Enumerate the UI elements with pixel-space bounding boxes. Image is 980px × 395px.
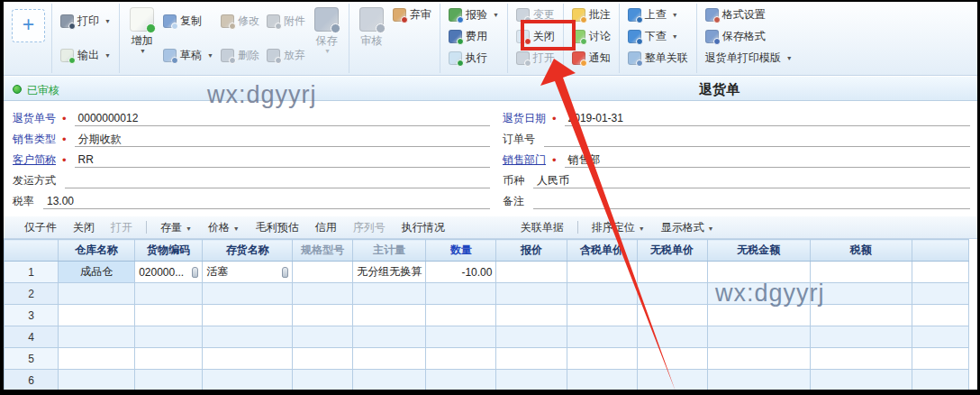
cell-noTaxAmt[interactable] (707, 262, 810, 283)
cell-unit[interactable] (353, 283, 426, 305)
cell-tax[interactable] (810, 370, 912, 390)
cell-num[interactable]: 3 (5, 305, 59, 326)
cell-unit[interactable] (353, 305, 426, 326)
cell-filler[interactable] (912, 370, 968, 390)
copy-button[interactable]: 复制 (159, 10, 217, 32)
cell-quote[interactable] (496, 262, 567, 283)
cell-name[interactable] (203, 305, 293, 326)
annotate-button[interactable]: 批注 (568, 4, 614, 25)
cell-code[interactable] (135, 348, 203, 370)
cell-unit[interactable] (353, 348, 426, 370)
cell-noTaxAmt[interactable] (707, 305, 810, 326)
cell-filler[interactable] (912, 326, 968, 348)
cell-tax[interactable] (810, 283, 912, 305)
cell-filler[interactable] (912, 305, 968, 326)
field-value[interactable]: 销售部 (565, 152, 970, 168)
cell-filler[interactable] (912, 348, 968, 370)
save-format-button[interactable]: 保存格式 (702, 25, 796, 47)
field-label[interactable]: 客户简称 (13, 152, 56, 168)
print-template-button[interactable]: 退货单打印模版▼ (702, 47, 796, 69)
cell-qty[interactable] (426, 283, 496, 305)
notify-button[interactable]: 通知 (568, 47, 614, 69)
cell-qty[interactable] (426, 326, 496, 348)
relate-whole-button[interactable]: 整单关联 (624, 47, 692, 69)
cell-filler[interactable] (912, 262, 968, 283)
cell-noTaxAmt[interactable] (707, 326, 810, 348)
cell-taxPrice[interactable] (567, 283, 637, 305)
cell-code[interactable] (135, 305, 203, 326)
cell-taxPrice[interactable] (567, 262, 637, 283)
gross-profit-estimate-button[interactable]: 毛利预估 (248, 218, 307, 237)
cell-filler[interactable] (912, 283, 968, 305)
field-value[interactable]: RR (75, 152, 490, 168)
cell-taxPrice[interactable] (567, 370, 637, 390)
print-button[interactable]: 打印▼ (57, 10, 114, 32)
expense-button[interactable]: 费用 (445, 25, 503, 47)
trace-down-button[interactable]: 下查▼ (624, 25, 692, 47)
cell-num[interactable]: 1 (5, 262, 59, 283)
cell-warehouse[interactable] (59, 348, 135, 370)
cell-qty[interactable] (426, 370, 496, 390)
format-settings-button[interactable]: 格式设置 (702, 4, 796, 25)
field-value[interactable]: 13.00 (43, 194, 490, 209)
cell-unit[interactable] (353, 326, 426, 348)
related-documents-button[interactable]: 关联单据 (513, 218, 572, 237)
cell-taxPrice[interactable] (567, 326, 637, 348)
cell-code[interactable] (135, 283, 203, 305)
cell-tax[interactable] (810, 262, 912, 283)
cell-spec[interactable] (293, 326, 353, 348)
reference-clip-icon[interactable] (282, 267, 288, 278)
cell-num[interactable]: 6 (5, 370, 59, 390)
field-value[interactable]: 分期收款 (75, 132, 490, 147)
cell-qty[interactable] (426, 305, 496, 326)
field-value[interactable] (533, 194, 970, 209)
cell-quote[interactable] (496, 370, 567, 390)
cell-spec[interactable] (293, 305, 353, 326)
cell-name[interactable]: 活塞 (203, 262, 293, 283)
cell-tax[interactable] (810, 305, 912, 326)
export-button[interactable]: 输出▼ (57, 45, 114, 67)
close-row-button[interactable]: 关闭 (65, 218, 103, 237)
credit-button[interactable]: 信用 (307, 218, 345, 237)
cell-taxPrice[interactable] (567, 305, 637, 326)
price-button[interactable]: 价格 ▼ (200, 218, 248, 237)
cell-code[interactable] (135, 370, 203, 390)
execution-status-button[interactable]: 执行情况 (394, 218, 453, 237)
cell-num[interactable]: 4 (5, 326, 59, 348)
cell-warehouse[interactable] (59, 305, 135, 326)
cell-tax[interactable] (810, 326, 912, 348)
cell-num[interactable]: 2 (5, 283, 59, 305)
add-button[interactable]: 增加▼ (124, 4, 159, 58)
cell-qty[interactable] (426, 348, 496, 370)
display-format-button[interactable]: 显示格式 ▼ (653, 218, 722, 237)
cell-name[interactable] (203, 348, 293, 370)
cell-qty[interactable]: -10.00 (426, 262, 496, 283)
trace-up-button[interactable]: 上查▼ (624, 4, 692, 25)
field-value[interactable] (65, 173, 490, 188)
cell-quote[interactable] (496, 326, 567, 348)
stock-button[interactable]: 存量 ▼ (152, 218, 200, 237)
close-button[interactable]: 关闭 (513, 25, 558, 47)
cell-unit[interactable] (353, 370, 426, 390)
inspection-button[interactable]: 报验▼ (445, 4, 503, 25)
cell-tax[interactable] (810, 348, 912, 370)
cell-noTaxPrice[interactable] (637, 326, 707, 348)
child-parts-only-button[interactable]: 仅子件 (16, 218, 65, 237)
draft-button[interactable]: 草稿▼ (159, 45, 217, 67)
unaudit-button[interactable]: 弃审 (389, 4, 435, 25)
new-voucher-button[interactable]: + (12, 9, 45, 42)
cell-taxPrice[interactable] (567, 348, 637, 370)
cell-warehouse[interactable] (59, 283, 135, 305)
cell-name[interactable] (203, 283, 293, 305)
cell-num[interactable]: 5 (5, 348, 59, 370)
field-value[interactable]: 人民币 (533, 173, 970, 188)
cell-spec[interactable] (293, 262, 353, 283)
reference-clip-icon[interactable] (192, 267, 198, 278)
cell-spec[interactable] (293, 283, 353, 305)
cell-noTaxPrice[interactable] (637, 283, 707, 305)
discuss-button[interactable]: 讨论 (568, 25, 614, 47)
cell-noTaxPrice[interactable] (637, 305, 707, 326)
cell-warehouse[interactable]: 成品仓 (59, 262, 135, 283)
cell-warehouse[interactable] (59, 326, 135, 348)
cell-quote[interactable] (496, 348, 567, 370)
